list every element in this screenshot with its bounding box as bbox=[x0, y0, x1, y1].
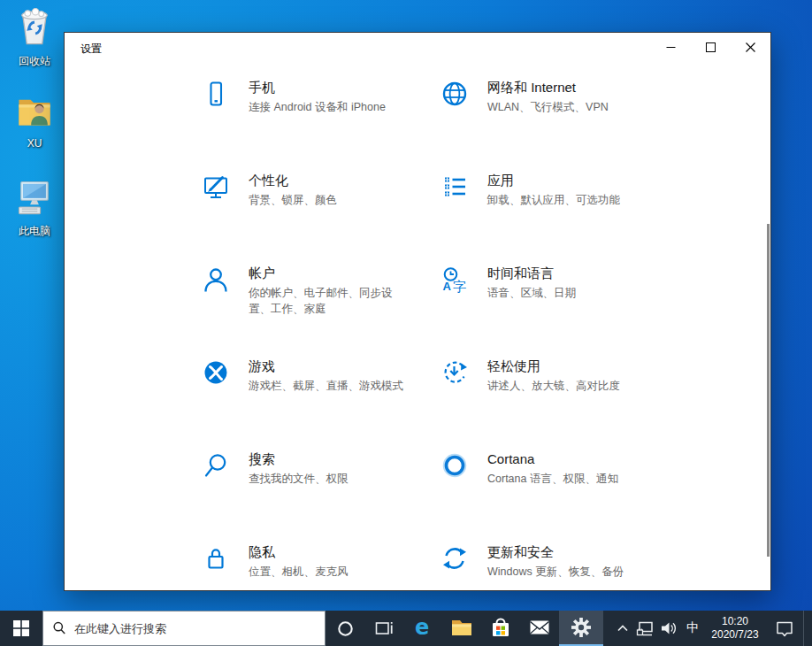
clock-time: 10:20 bbox=[722, 615, 748, 628]
tile-subtitle: 你的帐户、电子邮件、同步设置、工作、家庭 bbox=[249, 285, 410, 317]
desktop: 回收站 XU 此电脑 bbox=[0, 0, 812, 646]
network-ethernet-icon bbox=[636, 619, 654, 637]
time-language-icon: A 字 bbox=[441, 265, 470, 296]
phone-icon bbox=[203, 79, 231, 111]
tray-network-button[interactable] bbox=[633, 611, 656, 646]
xbox-gaming-icon bbox=[203, 358, 231, 389]
maximize-icon bbox=[706, 42, 716, 52]
mail-icon bbox=[528, 618, 551, 637]
this-pc-icon bbox=[14, 205, 55, 220]
close-button[interactable] bbox=[731, 33, 770, 61]
settings-tile-gaming[interactable]: 游戏 游戏栏、截屏、直播、游戏模式 bbox=[203, 358, 441, 450]
chevron-up-icon bbox=[616, 621, 630, 635]
settings-tile-search[interactable]: 搜索 查找我的文件、权限 bbox=[203, 450, 441, 543]
settings-tile-phone[interactable]: 手机 连接 Android 设备和 iPhone bbox=[203, 79, 441, 172]
tile-subtitle: 连接 Android 设备和 iPhone bbox=[249, 99, 386, 115]
speaker-icon bbox=[660, 619, 678, 637]
search-input[interactable] bbox=[74, 622, 287, 635]
tray-ime-indicator[interactable]: 中 bbox=[681, 611, 704, 646]
edge-icon: e bbox=[411, 616, 434, 639]
tile-subtitle: Cortana 语言、权限、通知 bbox=[487, 471, 618, 487]
network-globe-icon bbox=[441, 79, 470, 111]
settings-tile-time-language[interactable]: A 字 时间和语言 语音、区域、日期 bbox=[441, 265, 680, 358]
taskbar-search-box[interactable] bbox=[42, 611, 326, 646]
desktop-icon-label: 回收站 bbox=[5, 54, 64, 69]
window-scrollbar-thumb[interactable] bbox=[767, 224, 770, 557]
settings-gear-icon bbox=[571, 618, 591, 637]
tile-subtitle: 背景、锁屏、颜色 bbox=[249, 192, 337, 208]
cortana-icon bbox=[337, 620, 354, 637]
tile-title: 手机 bbox=[249, 79, 386, 96]
settings-tile-accounts[interactable]: 帐户 你的帐户、电子邮件、同步设置、工作、家庭 bbox=[203, 265, 441, 358]
tile-subtitle: 卸载、默认应用、可选功能 bbox=[487, 192, 620, 208]
tile-subtitle: WLAN、飞行模式、VPN bbox=[487, 99, 609, 115]
maximize-button[interactable] bbox=[691, 33, 731, 61]
personalization-icon bbox=[203, 172, 231, 204]
task-view-button[interactable] bbox=[364, 611, 403, 646]
update-sync-icon bbox=[441, 543, 470, 575]
close-icon bbox=[746, 42, 755, 52]
svg-text:A: A bbox=[443, 280, 452, 293]
settings-window: 设置 bbox=[64, 32, 771, 591]
start-button[interactable] bbox=[0, 611, 42, 646]
search-magnifier-icon bbox=[203, 450, 231, 482]
settings-tile-network[interactable]: 网络和 Internet WLAN、飞行模式、VPN bbox=[441, 79, 680, 172]
store-icon bbox=[489, 616, 512, 639]
desktop-icon-label: 此电脑 bbox=[5, 224, 64, 239]
file-explorer-button[interactable] bbox=[442, 611, 481, 646]
accounts-person-icon bbox=[203, 265, 231, 296]
tile-subtitle: 查找我的文件、权限 bbox=[249, 471, 349, 487]
settings-button[interactable] bbox=[559, 611, 603, 646]
tile-title: 时间和语言 bbox=[487, 265, 576, 281]
tile-title: 搜索 bbox=[249, 450, 349, 467]
user-folder-icon bbox=[15, 119, 54, 134]
mail-button[interactable] bbox=[520, 611, 559, 646]
desktop-icon-user-folder[interactable]: XU bbox=[5, 92, 64, 150]
settings-tile-cortana[interactable]: Cortana Cortana 语言、权限、通知 bbox=[441, 450, 680, 543]
tile-title: 轻松使用 bbox=[487, 358, 620, 374]
minimize-button[interactable] bbox=[651, 33, 691, 61]
tile-title: 个性化 bbox=[249, 172, 337, 188]
tray-volume-button[interactable] bbox=[656, 611, 681, 646]
minimize-icon bbox=[666, 42, 676, 52]
tile-subtitle: 位置、相机、麦克风 bbox=[249, 564, 349, 580]
tile-subtitle: 语音、区域、日期 bbox=[487, 285, 576, 301]
tile-subtitle: 游戏栏、截屏、直播、游戏模式 bbox=[249, 378, 403, 394]
tile-title: 更新和安全 bbox=[487, 543, 624, 560]
action-center-icon bbox=[775, 619, 794, 638]
windows-logo-icon bbox=[13, 620, 29, 636]
tile-title: 网络和 Internet bbox=[487, 79, 609, 96]
desktop-icon-this-pc[interactable]: 此电脑 bbox=[5, 177, 64, 239]
task-view-icon bbox=[374, 619, 394, 637]
tile-title: 游戏 bbox=[249, 358, 403, 374]
search-icon bbox=[52, 621, 66, 635]
clock-date: 2020/7/23 bbox=[711, 628, 758, 642]
show-desktop-button[interactable] bbox=[803, 611, 812, 646]
tile-title: 隐私 bbox=[249, 543, 349, 560]
recycle-bin-icon bbox=[15, 35, 54, 50]
tile-subtitle: 讲述人、放大镜、高对比度 bbox=[487, 378, 620, 394]
settings-tile-grid: 手机 连接 Android 设备和 iPhone 网络和 Internet bbox=[203, 79, 680, 636]
tray-clock[interactable]: 10:20 2020/7/23 bbox=[704, 611, 766, 646]
file-explorer-icon bbox=[450, 617, 473, 638]
window-title: 设置 bbox=[80, 42, 102, 57]
settings-tile-personalization[interactable]: 个性化 背景、锁屏、颜色 bbox=[203, 172, 441, 265]
tile-subtitle: Windows 更新、恢复、备份 bbox=[487, 564, 624, 580]
settings-tile-apps[interactable]: 应用 卸载、默认应用、可选功能 bbox=[441, 172, 680, 265]
apps-list-icon bbox=[441, 172, 470, 204]
action-center-button[interactable] bbox=[766, 611, 803, 646]
cortana-ring-icon bbox=[441, 450, 470, 482]
ease-of-access-icon bbox=[441, 358, 470, 389]
tile-title: 应用 bbox=[487, 172, 620, 188]
cortana-button[interactable] bbox=[326, 611, 364, 646]
settings-tile-ease-of-access[interactable]: 轻松使用 讲述人、放大镜、高对比度 bbox=[441, 358, 680, 450]
desktop-icon-recycle-bin[interactable]: 回收站 bbox=[5, 7, 64, 69]
window-titlebar[interactable]: 设置 bbox=[65, 33, 770, 63]
edge-button[interactable]: e bbox=[403, 611, 442, 646]
tile-title: Cortana bbox=[487, 450, 618, 467]
store-button[interactable] bbox=[481, 611, 520, 646]
svg-text:e: e bbox=[415, 616, 429, 639]
tray-expand-button[interactable] bbox=[612, 611, 633, 646]
privacy-lock-icon bbox=[203, 543, 231, 575]
desktop-icon-label: XU bbox=[5, 137, 64, 150]
